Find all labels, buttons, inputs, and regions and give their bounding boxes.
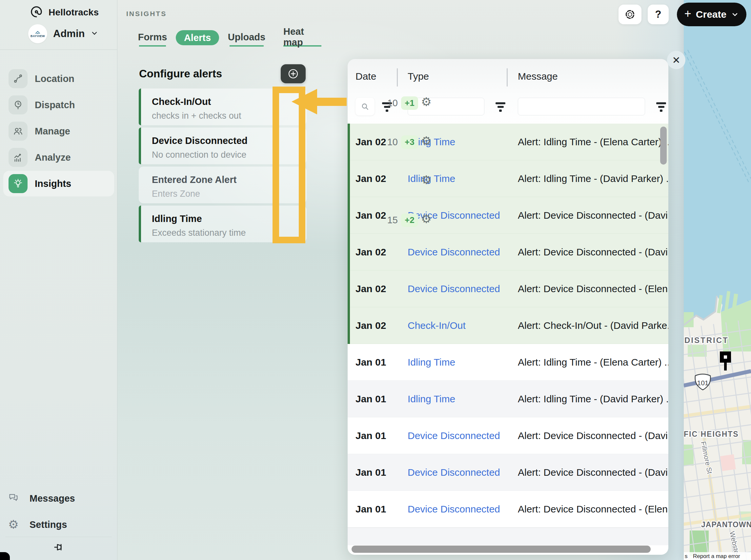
sidebar-item-settings[interactable]: ⚙ Settings xyxy=(8,515,110,535)
tab-alerts[interactable]: Alerts xyxy=(176,30,219,45)
alert-row[interactable]: Jan 02Idling TimeAlert: Idling Time - (D… xyxy=(348,160,668,197)
row-type[interactable]: Idling Time xyxy=(408,394,518,405)
column-header-type[interactable]: Type xyxy=(408,71,429,82)
row-date: Jan 01 xyxy=(355,430,408,441)
active-indicator-bar xyxy=(139,205,141,242)
alert-row[interactable]: Jan 01Device DisconnectedAlert: Device D… xyxy=(348,454,668,491)
chevron-down-icon xyxy=(731,11,739,18)
row-type[interactable]: Idling Time xyxy=(408,357,518,368)
type-filter-icon[interactable] xyxy=(495,102,506,112)
alert-count: 10 xyxy=(380,98,398,108)
row-highlight-bar xyxy=(348,271,350,307)
sidebar-item-manage[interactable]: Manage xyxy=(3,118,114,144)
gear-icon: ⚙ xyxy=(8,519,19,531)
alert-settings-gear-icon[interactable]: ⚙ xyxy=(418,173,434,187)
vertical-scrollbar[interactable] xyxy=(660,126,667,165)
row-type[interactable]: Device Disconnected xyxy=(408,246,518,258)
row-date: Jan 02 xyxy=(355,246,408,258)
row-date: Jan 01 xyxy=(355,357,408,368)
column-header-date[interactable]: Date xyxy=(355,71,376,82)
row-type[interactable]: Device Disconnected xyxy=(408,467,518,478)
map-attribution-link[interactable]: Report a map error xyxy=(693,553,740,559)
sidebar-item-label: Dispatch xyxy=(35,100,75,111)
alert-config-idling-time[interactable]: Idling Time Exceeds stationary time 15 +… xyxy=(139,205,307,242)
app-screen: 101 DISTRICT FIC HEIGHTS JAPANTOWN Fillm… xyxy=(0,0,751,560)
chat-bubbles-icon xyxy=(8,492,19,505)
sidebar-item-dispatch[interactable]: Dispatch xyxy=(3,92,114,118)
new-alerts-badge: +2 xyxy=(401,214,418,227)
row-message: Alert: Device Disconnected - (Elen. xyxy=(518,504,668,515)
sidebar-item-insights[interactable]: Insights xyxy=(3,171,114,196)
alert-count: 10 xyxy=(380,137,398,147)
alert-row[interactable]: Jan 01Device DisconnectedAlert: Device D… xyxy=(348,491,668,527)
account-switcher[interactable]: BAYVIEW Admin xyxy=(28,24,98,44)
chevron-down-icon xyxy=(91,29,98,38)
column-divider[interactable] xyxy=(397,68,398,86)
row-highlight-bar xyxy=(348,124,350,160)
ai-assistant-button[interactable] xyxy=(618,5,641,24)
row-message: Alert: Idling Time - (David Parker) .. xyxy=(518,394,668,405)
add-alert-button[interactable] xyxy=(281,64,305,83)
alert-row[interactable]: Jan 01Device DisconnectedAlert: Device D… xyxy=(348,417,668,454)
row-message: Alert: Device Disconnected - (Elen. xyxy=(518,283,668,295)
hellotracks-logo-icon xyxy=(29,5,43,20)
row-highlight-bar xyxy=(348,160,350,197)
people-icon xyxy=(8,122,27,141)
new-alerts-badge: +3 xyxy=(401,135,418,149)
sidebar-item-analyze[interactable]: Analyze xyxy=(3,145,114,170)
alert-row[interactable]: Jan 01Idling TimeAlert: Idling Time - (E… xyxy=(348,344,668,381)
map-panel[interactable]: 101 DISTRICT FIC HEIGHTS JAPANTOWN Fillm… xyxy=(684,0,751,560)
configure-alerts-title: Configure alerts xyxy=(139,67,222,80)
plus-icon: + xyxy=(685,8,691,20)
message-filter-icon[interactable] xyxy=(656,102,666,112)
tab-forms[interactable]: Forms xyxy=(139,30,166,46)
row-type[interactable]: Device Disconnected xyxy=(408,283,518,295)
row-message: Alert: Device Disconnected - (Davi. xyxy=(518,467,668,478)
sidebar-divider xyxy=(0,49,117,50)
pushpin-icon xyxy=(53,541,65,554)
alerts-table-panel: Date Type Message Jan 02Idling TimeAlert… xyxy=(348,59,668,555)
row-type[interactable]: Device Disconnected xyxy=(408,430,518,441)
help-button[interactable]: ? xyxy=(648,5,669,24)
row-type[interactable]: Device Disconnected xyxy=(408,504,518,515)
column-divider[interactable] xyxy=(507,68,508,86)
sidebar-item-label: Analyze xyxy=(35,152,71,163)
row-message: Alert: Idling Time - (Elena Carter) ... xyxy=(518,357,668,368)
create-button[interactable]: + Create xyxy=(677,3,746,26)
tab-uploads[interactable]: Uploads xyxy=(230,30,264,46)
sidebar-item-label: Settings xyxy=(29,519,67,530)
row-message: Alert: Idling Time - (Elena Carter) ... xyxy=(518,136,668,147)
alert-row[interactable]: Jan 02Device DisconnectedAlert: Device D… xyxy=(348,234,668,271)
close-panel-button[interactable]: ✕ xyxy=(667,51,686,69)
partial-row xyxy=(348,527,668,545)
alert-settings-gear-icon[interactable]: ⚙ xyxy=(418,134,434,148)
row-message: Alert: Device Disconnected - (Davi. xyxy=(518,210,668,221)
brand-name: Hellotracks xyxy=(48,7,99,18)
row-date: Jan 02 xyxy=(355,283,408,295)
alert-config-device-disconnected[interactable]: Device Disconnected No connection to dev… xyxy=(139,127,307,164)
horizontal-scrollbar[interactable] xyxy=(352,545,651,553)
alert-settings-gear-icon[interactable]: ⚙ xyxy=(418,212,434,226)
svg-text:101: 101 xyxy=(697,379,708,386)
alert-row[interactable]: Jan 02Check-In/OutAlert: Check-In/Out - … xyxy=(348,307,668,344)
map-label-district: DISTRICT xyxy=(685,336,729,345)
brand-row: Hellotracks xyxy=(29,5,99,20)
row-date: Jan 01 xyxy=(355,394,408,405)
dispatch-clock-icon xyxy=(8,95,27,115)
row-date: Jan 02 xyxy=(355,320,408,331)
row-type[interactable]: Check-In/Out xyxy=(408,320,518,331)
tab-heat-map[interactable]: Heat map xyxy=(283,30,321,46)
column-header-message[interactable]: Message xyxy=(518,71,558,82)
question-mark-icon: ? xyxy=(655,8,661,20)
alert-row[interactable]: Jan 02Device DisconnectedAlert: Device D… xyxy=(348,271,668,307)
alert-row[interactable]: Jan 01Idling TimeAlert: Idling Time - (D… xyxy=(348,381,668,417)
collapse-pin-button[interactable] xyxy=(0,541,117,554)
alert-config-check-in-out[interactable]: Check-In/Out checks in + checks out 10 +… xyxy=(139,88,307,125)
alert-config-entered-zone[interactable]: Entered Zone Alert Enters Zone ⚙ xyxy=(139,166,307,203)
sidebar-item-location[interactable]: Location xyxy=(3,66,114,92)
message-filter-input[interactable] xyxy=(518,98,645,115)
date-search-box[interactable] xyxy=(355,98,375,115)
alert-settings-gear-icon[interactable]: ⚙ xyxy=(418,95,434,109)
sidebar-item-messages[interactable]: Messages xyxy=(8,488,110,508)
plus-circle-icon xyxy=(287,68,299,80)
